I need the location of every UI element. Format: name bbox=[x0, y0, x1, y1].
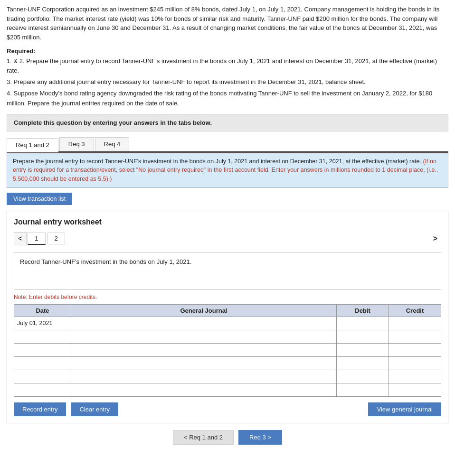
credit-input-3[interactable] bbox=[389, 344, 441, 356]
credit-cell-6[interactable] bbox=[389, 383, 441, 396]
journal-input-4[interactable] bbox=[71, 357, 336, 370]
credit-cell-4[interactable] bbox=[389, 356, 441, 370]
record-description-box: Record Tanner-UNF's investment in the bo… bbox=[14, 252, 441, 290]
tabs-wrapper: Req 1 and 2 Req 3 Req 4 bbox=[7, 137, 448, 153]
action-buttons: Record entry Clear entry View general jo… bbox=[14, 402, 441, 416]
complete-box: Complete this question by entering your … bbox=[7, 114, 448, 131]
journal-input-2[interactable] bbox=[71, 330, 336, 343]
debit-input-1[interactable] bbox=[337, 317, 389, 330]
table-row bbox=[14, 330, 441, 343]
journal-input-1[interactable] bbox=[71, 317, 336, 330]
date-cell-4 bbox=[14, 356, 71, 370]
credit-input-1[interactable] bbox=[389, 317, 441, 330]
nav-next-arrow[interactable]: > bbox=[429, 233, 441, 245]
col-header-debit: Debit bbox=[337, 304, 389, 317]
debit-cell-3[interactable] bbox=[337, 343, 389, 356]
tab-req-3[interactable]: Req 3 bbox=[59, 137, 94, 151]
nav-prev-arrow[interactable]: < bbox=[14, 232, 27, 245]
nav-page-1[interactable]: 1 bbox=[28, 233, 45, 245]
journal-cell-6[interactable] bbox=[71, 383, 337, 396]
main-container: Tanner-UNF Corporation acquired as an in… bbox=[0, 0, 455, 449]
table-row bbox=[14, 370, 441, 383]
credit-input-4[interactable] bbox=[389, 357, 441, 370]
tab-req-4[interactable]: Req 4 bbox=[95, 137, 130, 151]
intro-text: Tanner-UNF Corporation acquired as an in… bbox=[7, 5, 448, 42]
view-general-journal-button[interactable]: View general journal bbox=[368, 402, 441, 416]
tab-req-1-and-2[interactable]: Req 1 and 2 bbox=[7, 138, 58, 152]
req-item-2: 3. Prepare any additional journal entry … bbox=[7, 77, 448, 87]
debit-cell-5[interactable] bbox=[337, 370, 389, 383]
journal-input-5[interactable] bbox=[71, 370, 336, 383]
instruction-box: Prepare the journal entry to record Tann… bbox=[7, 153, 448, 188]
credit-input-6[interactable] bbox=[389, 383, 441, 396]
date-cell-6 bbox=[14, 383, 71, 396]
view-transaction-button[interactable]: View transaction list bbox=[7, 193, 72, 205]
debit-input-4[interactable] bbox=[337, 357, 389, 370]
bottom-prev-button[interactable]: < Req 1 and 2 bbox=[173, 430, 234, 445]
table-row: July 01, 2021 bbox=[14, 317, 441, 330]
journal-cell-3[interactable] bbox=[71, 343, 337, 356]
instruction-main: Prepare the journal entry to record Tann… bbox=[13, 158, 421, 165]
journal-input-3[interactable] bbox=[71, 344, 336, 356]
table-row bbox=[14, 343, 441, 356]
nav-page-2[interactable]: 2 bbox=[47, 233, 65, 244]
credit-cell-5[interactable] bbox=[389, 370, 441, 383]
record-entry-button[interactable]: Record entry bbox=[14, 402, 66, 416]
journal-cell-2[interactable] bbox=[71, 330, 337, 343]
debit-input-6[interactable] bbox=[337, 383, 389, 396]
table-row bbox=[14, 356, 441, 370]
credit-cell-1[interactable] bbox=[389, 317, 441, 330]
debit-input-5[interactable] bbox=[337, 370, 389, 383]
journal-table: Date General Journal Debit Credit July 0… bbox=[14, 304, 441, 397]
debit-cell-1[interactable] bbox=[337, 317, 389, 330]
clear-entry-button[interactable]: Clear entry bbox=[71, 402, 118, 416]
bottom-nav: < Req 1 and 2 Req 3 > bbox=[7, 430, 448, 445]
table-row bbox=[14, 383, 441, 396]
debit-cell-4[interactable] bbox=[337, 356, 389, 370]
journal-cell-1[interactable] bbox=[71, 317, 337, 330]
journal-cell-5[interactable] bbox=[71, 370, 337, 383]
debit-input-3[interactable] bbox=[337, 344, 389, 356]
debit-cell-6[interactable] bbox=[337, 383, 389, 396]
credit-cell-3[interactable] bbox=[389, 343, 441, 356]
date-cell-1: July 01, 2021 bbox=[14, 317, 71, 330]
tabs-container: Req 1 and 2 Req 3 Req 4 bbox=[7, 137, 448, 152]
col-header-credit: Credit bbox=[389, 304, 441, 317]
required-label: Required: bbox=[7, 47, 448, 55]
date-cell-5 bbox=[14, 370, 71, 383]
nav-row: < 1 2 > bbox=[14, 232, 441, 245]
note-text: Note: Enter debits before credits. bbox=[14, 294, 441, 300]
debit-cell-2[interactable] bbox=[337, 330, 389, 343]
journal-input-6[interactable] bbox=[71, 383, 336, 396]
required-section: Required: 1. & 2. Prepare the journal en… bbox=[7, 47, 448, 108]
journal-cell-4[interactable] bbox=[71, 356, 337, 370]
credit-input-2[interactable] bbox=[389, 330, 441, 343]
col-header-date: Date bbox=[14, 304, 71, 317]
req-item-1: 1. & 2. Prepare the journal entry to rec… bbox=[7, 56, 448, 75]
debit-input-2[interactable] bbox=[337, 330, 389, 343]
col-header-journal: General Journal bbox=[71, 304, 337, 317]
date-cell-3 bbox=[14, 343, 71, 356]
bottom-next-button[interactable]: Req 3 > bbox=[238, 430, 282, 445]
worksheet-title: Journal entry worksheet bbox=[14, 218, 441, 226]
worksheet-card: Journal entry worksheet < 1 2 > Record T… bbox=[7, 211, 448, 423]
req-item-3: 4. Suppose Moody's bond rating agency do… bbox=[7, 89, 448, 108]
credit-cell-2[interactable] bbox=[389, 330, 441, 343]
date-cell-2 bbox=[14, 330, 71, 343]
credit-input-5[interactable] bbox=[389, 370, 441, 383]
